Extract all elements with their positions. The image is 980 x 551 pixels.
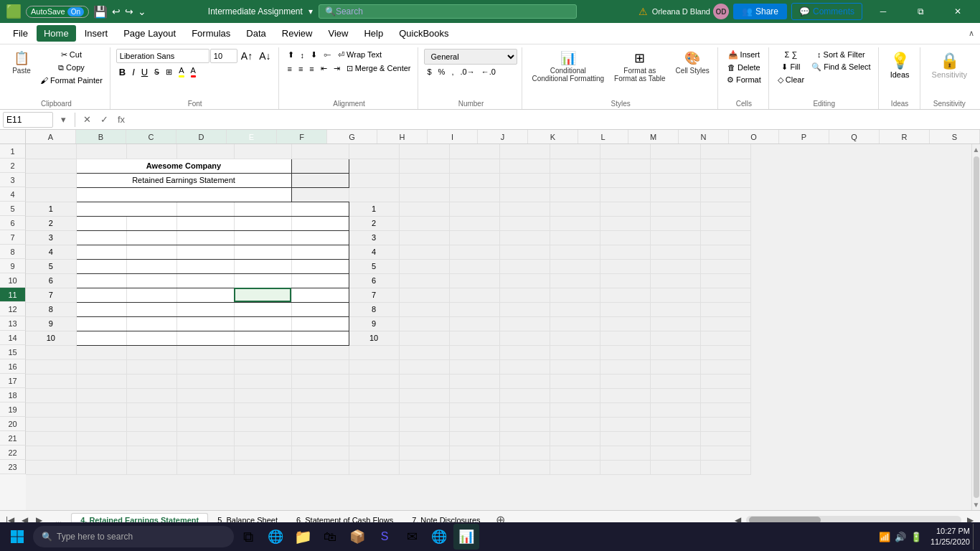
cell-E11-active[interactable] [234, 288, 291, 302]
cell-L14[interactable] [600, 331, 650, 345]
cell-M11[interactable] [650, 288, 700, 302]
cell-I7[interactable] [449, 230, 499, 245]
cell-L8[interactable] [600, 245, 650, 259]
cell-H5[interactable] [399, 202, 449, 216]
search-input[interactable] [336, 6, 570, 17]
col-header-E[interactable]: E [227, 130, 277, 143]
cell-G12[interactable]: 8 [349, 302, 399, 316]
col-header-M[interactable]: M [628, 130, 679, 143]
cell-F11[interactable] [291, 288, 349, 302]
find-select-button[interactable]: 🔍 Find & Select [809, 61, 873, 73]
col-header-P[interactable]: P [779, 130, 829, 143]
border-button[interactable]: ⊞ [163, 66, 175, 78]
clear-button[interactable]: ◇ Clear [775, 74, 807, 86]
col-header-L[interactable]: L [578, 130, 628, 143]
menu-quickbooks[interactable]: QuickBooks [392, 25, 456, 42]
col-header-I[interactable]: I [428, 130, 478, 143]
cell-F6[interactable] [291, 216, 349, 230]
cell-F15[interactable] [291, 345, 349, 359]
cell-G1[interactable] [349, 144, 399, 159]
cell-C1[interactable] [126, 144, 176, 159]
cell-G15[interactable] [349, 345, 399, 359]
cell-D6[interactable] [176, 216, 234, 230]
copy-button[interactable]: ⧉ Copy [37, 62, 105, 74]
cell-E13[interactable] [234, 316, 291, 331]
cell-H4[interactable] [399, 187, 449, 202]
cell-D13[interactable] [176, 316, 234, 331]
tray-volume-icon[interactable]: 🔊 [895, 532, 906, 542]
cell-K8[interactable] [550, 245, 600, 259]
cell-M13[interactable] [650, 316, 700, 331]
cell-L10[interactable] [600, 273, 650, 288]
cell-A3[interactable] [26, 173, 76, 187]
cell-A4[interactable] [26, 187, 76, 202]
cell-K10[interactable] [550, 273, 600, 288]
font-size-input[interactable] [210, 49, 237, 63]
cell-H3[interactable] [399, 173, 449, 187]
cell-D9[interactable] [176, 259, 234, 273]
taskbar-chrome[interactable]: 🌐 [426, 524, 452, 550]
cell-E9[interactable] [234, 259, 291, 273]
cell-D5[interactable] [176, 202, 234, 216]
cell-N3[interactable] [700, 173, 750, 187]
cell-B4-merged[interactable] [76, 187, 291, 202]
col-header-C[interactable]: C [126, 130, 176, 143]
cell-H13[interactable] [399, 316, 449, 331]
fill-color-button[interactable]: A [176, 65, 187, 79]
cell-H11[interactable] [399, 288, 449, 302]
cell-B7[interactable] [76, 230, 126, 245]
cell-B8[interactable] [76, 245, 126, 259]
cell-I12[interactable] [449, 302, 499, 316]
menu-page-layout[interactable]: Page Layout [116, 25, 183, 42]
cell-N2[interactable] [700, 159, 750, 173]
cell-N1[interactable] [700, 144, 750, 159]
delete-cells-button[interactable]: 🗑 Delete [724, 62, 764, 73]
cell-A2[interactable] [26, 159, 76, 173]
align-bottom-button[interactable]: ⬇ [308, 49, 320, 61]
cell-D7[interactable] [176, 230, 234, 245]
cell-N15[interactable] [700, 345, 750, 359]
cell-N14[interactable] [700, 331, 750, 345]
cell-J1[interactable] [499, 144, 550, 159]
col-header-Q[interactable]: Q [829, 130, 880, 143]
bold-button[interactable]: B [116, 65, 128, 79]
scroll-down-button[interactable]: ▼ [973, 501, 980, 509]
cell-M3[interactable] [650, 173, 700, 187]
spreadsheet-grid[interactable]: Awesome Company Retained [26, 144, 971, 510]
cell-L12[interactable] [600, 302, 650, 316]
cell-I14[interactable] [449, 331, 499, 345]
align-middle-button[interactable]: ↕ [298, 50, 308, 61]
sensitivity-button[interactable]: 🔒 Sensitivity [926, 49, 974, 82]
menu-formulas[interactable]: Formulas [184, 25, 237, 42]
cell-F4[interactable] [291, 187, 349, 202]
cell-K11[interactable] [550, 288, 600, 302]
cell-B14[interactable] [76, 331, 126, 345]
cell-J9[interactable] [499, 259, 550, 273]
formula-expand-icon[interactable]: ▾ [56, 113, 70, 127]
cell-L13[interactable] [600, 316, 650, 331]
cell-G4[interactable] [349, 187, 399, 202]
col-header-A[interactable]: A [26, 130, 76, 143]
col-header-S[interactable]: S [930, 130, 980, 143]
cell-J6[interactable] [499, 216, 550, 230]
cell-B11[interactable] [76, 288, 126, 302]
merge-center-button[interactable]: ⊡ Merge & Center [344, 62, 414, 75]
cell-A1[interactable] [26, 144, 76, 159]
taskbar-mail[interactable]: ✉ [399, 524, 425, 550]
cell-M7[interactable] [650, 230, 700, 245]
cell-D12[interactable] [176, 302, 234, 316]
cell-A14[interactable]: 10 [26, 331, 76, 345]
cell-I5[interactable] [449, 202, 499, 216]
cell-A9[interactable]: 5 [26, 259, 76, 273]
cell-B3-merged[interactable]: Retained Earnings Statement [76, 173, 291, 187]
cell-C15[interactable] [126, 345, 176, 359]
col-header-O[interactable]: O [729, 130, 779, 143]
cell-D10[interactable] [176, 273, 234, 288]
menu-view[interactable]: View [321, 25, 355, 42]
customize-icon[interactable]: ⌄ [138, 6, 146, 17]
cell-G8[interactable]: 4 [349, 245, 399, 259]
cell-N6[interactable] [700, 216, 750, 230]
col-header-B[interactable]: B [76, 130, 126, 143]
cell-F7[interactable] [291, 230, 349, 245]
cell-L3[interactable] [600, 173, 650, 187]
